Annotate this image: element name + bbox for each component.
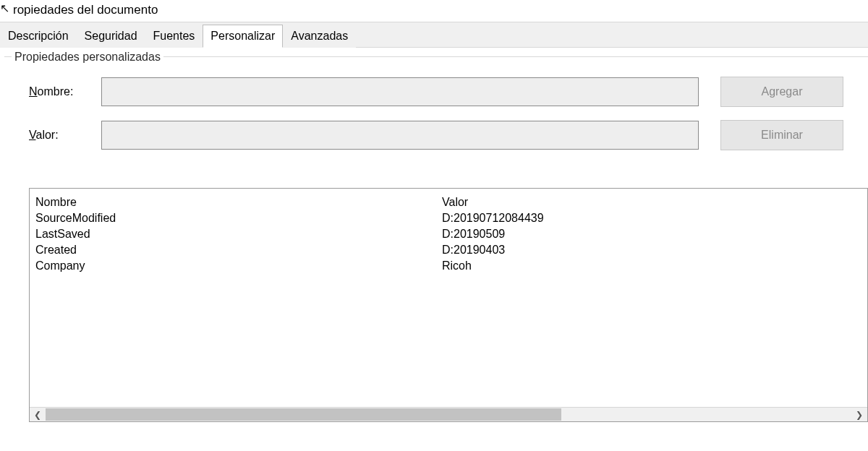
tab-fuentes[interactable]: Fuentes (145, 25, 203, 48)
add-button[interactable]: Agregar (720, 77, 843, 107)
tab-descripcion[interactable]: Descripción (0, 25, 77, 48)
tab-content: Propiedades personalizadas Nombre: Agreg… (0, 48, 868, 429)
cell-value: D:20190509 (442, 228, 861, 241)
input-name[interactable] (101, 77, 699, 106)
table-row[interactable]: Created D:20190403 (30, 242, 867, 258)
cell-value: Ricoh (442, 259, 861, 272)
tab-personalizar[interactable]: Personalizar (203, 25, 283, 48)
input-value[interactable] (101, 121, 699, 150)
col-header-name: Nombre (35, 196, 442, 209)
cell-value: D:20190403 (442, 244, 861, 257)
scroll-track[interactable] (46, 408, 851, 421)
cell-name: Created (35, 244, 442, 257)
tab-avanzadas[interactable]: Avanzadas (283, 25, 356, 48)
table-row[interactable]: SourceModified D:20190712084439 (30, 210, 867, 226)
label-value: Valor: (29, 129, 101, 142)
cell-value: D:20190712084439 (442, 212, 861, 225)
scroll-left-arrow-icon[interactable]: ❮ (30, 408, 46, 421)
scroll-right-arrow-icon[interactable]: ❯ (851, 408, 867, 421)
properties-table: Nombre Valor SourceModified D:2019071208… (29, 188, 868, 422)
groupbox-custom-properties: Propiedades personalizadas Nombre: Agreg… (4, 48, 868, 429)
table-row[interactable]: LastSaved D:20190509 (30, 226, 867, 242)
tab-seguridad[interactable]: Seguridad (77, 25, 145, 48)
delete-button[interactable]: Eliminar (720, 120, 843, 150)
cell-name: LastSaved (35, 228, 442, 241)
label-name: Nombre: (29, 85, 101, 98)
tabstrip: Descripción Seguridad Fuentes Personaliz… (0, 22, 868, 48)
col-header-value: Valor (442, 196, 861, 209)
scroll-thumb[interactable] (46, 408, 561, 421)
row-value: Valor: Eliminar (4, 120, 868, 150)
row-name: Nombre: Agregar (4, 77, 868, 107)
horizontal-scrollbar[interactable]: ❮ ❯ (30, 407, 867, 421)
table-header-row: Nombre Valor (30, 194, 867, 210)
cell-name: Company (35, 259, 442, 272)
groupbox-label: Propiedades personalizadas (12, 48, 163, 64)
table-body: Nombre Valor SourceModified D:2019071208… (30, 189, 867, 407)
table-row[interactable]: Company Ricoh (30, 258, 867, 274)
window-title: ropiedades del documento (0, 0, 868, 22)
cell-name: SourceModified (35, 212, 442, 225)
